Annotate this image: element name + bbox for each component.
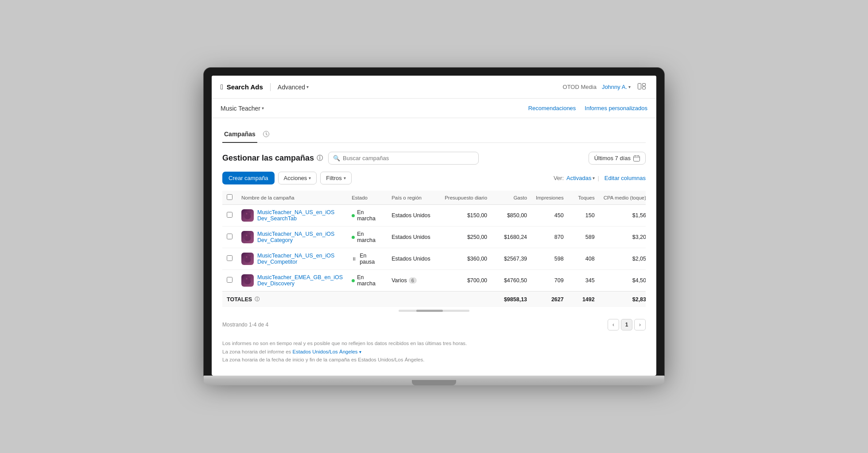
actions-dropdown-button[interactable]: Acciones ▾ xyxy=(278,172,317,184)
spend-cell-3: $4760,50 xyxy=(492,270,531,292)
row-checkbox-cell-0[interactable] xyxy=(222,205,237,226)
status-cell-2: ⏸ En pausa xyxy=(347,248,387,270)
row-checkbox-cell-2[interactable] xyxy=(222,248,237,270)
search-box[interactable]: 🔍 xyxy=(328,152,479,165)
scroll-track xyxy=(399,310,469,312)
header-taps: Toques xyxy=(568,191,599,205)
svg-rect-4 xyxy=(634,156,640,161)
status-text-2: En pausa xyxy=(360,253,383,265)
actions-chevron-icon: ▾ xyxy=(309,176,311,180)
row-checkbox-1[interactable] xyxy=(227,234,232,239)
row-checkbox-3[interactable] xyxy=(227,277,232,283)
row-checkbox-cell-3[interactable] xyxy=(222,270,237,292)
scroll-thumb[interactable] xyxy=(416,310,443,312)
campaign-name-link-1[interactable]: MusicTeacher_NA_US_en_iOS Dev_Category xyxy=(257,231,343,243)
filters-chevron-icon: ▾ xyxy=(344,176,346,180)
header-cpa: CPA medio (toque) xyxy=(599,191,646,205)
table-row: MusicTeacher_NA_US_en_iOS Dev_Competitor… xyxy=(222,248,646,270)
table-row: MusicTeacher_NA_US_en_iOS Dev_Category E… xyxy=(222,226,646,248)
user-chevron-icon: ▾ xyxy=(628,84,631,89)
row-checkbox-0[interactable] xyxy=(227,212,232,218)
svg-rect-1 xyxy=(643,83,646,86)
nav-left:  Search Ads Advanced ▾ xyxy=(221,83,563,91)
account-chevron-icon: ▾ xyxy=(262,106,264,111)
header-name: Nombre de la campaña xyxy=(237,191,347,205)
select-all-checkbox[interactable] xyxy=(227,194,232,200)
totals-row: TOTALES ⓘ $9858,13 2627 149 xyxy=(222,292,646,307)
manage-header: Gestionar las campañas ⓘ 🔍 Últimos 7 día… xyxy=(222,152,646,165)
user-menu-button[interactable]: Johnny A. ▾ xyxy=(602,84,631,90)
sub-nav-right: Recomendaciones Informes personalizados xyxy=(528,105,647,111)
table-row: MusicTeacher_EMEA_GB_en_iOS Dev_Discover… xyxy=(222,270,646,292)
account-dropdown-button[interactable]: Music Teacher ▾ xyxy=(221,105,264,112)
country-cell-2: Estados Unidos xyxy=(387,248,440,270)
campaign-name-cell-3: MusicTeacher_EMEA_GB_en_iOS Dev_Discover… xyxy=(237,270,347,292)
tab-campaigns[interactable]: Campañas xyxy=(222,127,257,143)
date-filter-button[interactable]: Últimos 7 días xyxy=(589,152,646,165)
row-checkbox-2[interactable] xyxy=(227,255,232,261)
next-page-button[interactable]: › xyxy=(634,319,646,330)
create-campaign-button[interactable]: Crear campaña xyxy=(222,172,275,184)
actions-right: Ver: Activadas ▾ | Editar columnas xyxy=(554,175,646,181)
header-country: País o región xyxy=(387,191,440,205)
totals-cpa: $2,83 xyxy=(599,292,646,307)
status-dot-active xyxy=(352,214,355,217)
totals-info-icon[interactable]: ⓘ xyxy=(255,296,260,303)
advanced-dropdown-button[interactable]: Advanced ▾ xyxy=(278,84,309,91)
campaign-name-cell-1: MusicTeacher_NA_US_en_iOS Dev_Category xyxy=(237,226,347,248)
timezone-chevron: ▾ xyxy=(359,349,361,354)
disclaimer-line2: La zona horaria del informe es Estados U… xyxy=(222,348,646,356)
app-icon-2 xyxy=(241,253,254,265)
impressions-cell-1: 870 xyxy=(531,226,568,248)
budget-cell-1: $250,00 xyxy=(440,226,492,248)
disclaimer-line3: La zona horaria de la fecha de inicio y … xyxy=(222,356,646,364)
actions-row: Crear campaña Acciones ▾ Filtros ▾ Ver: xyxy=(222,172,646,184)
pause-icon-2: ⏸ xyxy=(352,256,356,261)
horizontal-scrollbar[interactable] xyxy=(222,307,646,315)
nav-divider xyxy=(270,83,271,91)
app-icon-3 xyxy=(241,274,254,287)
varios-badge-3: Varios 6 xyxy=(391,277,417,284)
timezone-link[interactable]: Estados Unidos/Los Ángeles xyxy=(293,349,359,354)
impressions-cell-3: 709 xyxy=(531,270,568,292)
status-text-0: En marcha xyxy=(357,209,383,222)
sub-nav-left: Music Teacher ▾ xyxy=(221,105,528,112)
org-name: OTOD Media xyxy=(563,84,597,90)
history-icon-button[interactable] xyxy=(261,129,271,141)
layout-toggle-button[interactable] xyxy=(636,81,647,93)
custom-reports-link[interactable]: Informes personalizados xyxy=(585,105,647,111)
country-cell-0: Estados Unidos xyxy=(387,205,440,226)
activated-filter-button[interactable]: Activadas ▾ xyxy=(566,175,595,181)
svg-rect-0 xyxy=(638,83,641,89)
filters-dropdown-button[interactable]: Filtros ▾ xyxy=(320,172,351,184)
spend-cell-2: $2567,39 xyxy=(492,248,531,270)
svg-point-10 xyxy=(246,256,248,258)
budget-cell-2: $360,00 xyxy=(440,248,492,270)
campaign-name-link-0[interactable]: MusicTeacher_NA_US_en_iOS Dev_SearchTab xyxy=(257,209,343,222)
brand-name: Search Ads xyxy=(227,83,263,91)
info-icon[interactable]: ⓘ xyxy=(317,154,323,162)
campaign-name-link-3[interactable]: MusicTeacher_EMEA_GB_en_iOS Dev_Discover… xyxy=(257,274,343,287)
budget-cell-0: $150,00 xyxy=(440,205,492,226)
recommendations-link[interactable]: Recomendaciones xyxy=(528,105,576,111)
campaign-name-link-2[interactable]: MusicTeacher_NA_US_en_iOS Dev_Competitor xyxy=(257,253,343,265)
header-budget: Presupuesto diario xyxy=(440,191,492,205)
search-input[interactable] xyxy=(343,155,474,161)
totals-impressions: 2627 xyxy=(531,292,568,307)
totals-spend: $9858,13 xyxy=(492,292,531,307)
spend-cell-1: $1680,24 xyxy=(492,226,531,248)
status-text-1: En marcha xyxy=(357,231,383,243)
prev-page-button[interactable]: ‹ xyxy=(608,319,619,330)
edit-columns-button[interactable]: Editar columnas xyxy=(604,175,646,181)
status-cell-1: En marcha xyxy=(347,226,387,248)
select-all-header[interactable] xyxy=(222,191,237,205)
row-checkbox-cell-1[interactable] xyxy=(222,226,237,248)
totals-label-cell: TOTALES ⓘ xyxy=(222,292,347,307)
campaigns-table-container: Nombre de la campaña Estado País o regió… xyxy=(222,191,646,315)
page-1-button[interactable]: 1 xyxy=(621,319,632,330)
header-spend: Gasto xyxy=(492,191,531,205)
table-row: MusicTeacher_NA_US_en_iOS Dev_SearchTab … xyxy=(222,205,646,226)
disclaimer-line1: Los informes no son en tiempo real y es … xyxy=(222,339,646,347)
table-footer: Mostrando 1-4 de 4 ‹ 1 › xyxy=(222,315,646,335)
svg-point-11 xyxy=(246,278,248,280)
